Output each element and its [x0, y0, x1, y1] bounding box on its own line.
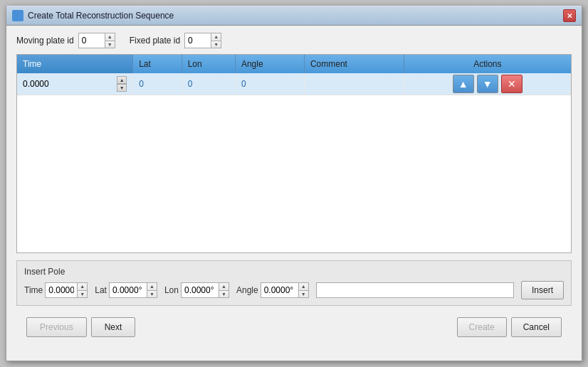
cell-time: 0.0000 ▲ ▼: [17, 73, 133, 95]
insert-angle-input[interactable]: 0.0000°: [261, 283, 298, 297]
row-delete-button[interactable]: ✕: [501, 75, 523, 93]
footer: Previous Next Create Cancel: [16, 313, 572, 341]
insert-angle-up[interactable]: ▲: [299, 283, 308, 291]
sequence-table: Time Lat Lon Angle Comment Actions 0.000…: [17, 55, 571, 95]
col-header-lon: Lon: [182, 55, 235, 73]
moving-plate-label: Moving plate id: [16, 36, 74, 46]
footer-right: Create Cancel: [457, 317, 562, 337]
insert-pole-title: Insert Pole: [24, 267, 564, 277]
insert-lat-input[interactable]: 0.0000°: [110, 283, 147, 297]
close-button[interactable]: ✕: [563, 9, 576, 22]
insert-comment-input[interactable]: [316, 282, 514, 298]
insert-lon-label: Lon: [164, 285, 179, 295]
moving-plate-down[interactable]: ▼: [105, 41, 115, 48]
moving-plate-up[interactable]: ▲: [105, 33, 115, 41]
insert-lon-group: Lon 0.0000° ▲ ▼: [164, 282, 229, 298]
moving-plate-group: Moving plate id 0 ▲ ▼: [16, 33, 115, 48]
insert-lon-up[interactable]: ▲: [219, 283, 229, 291]
insert-time-down[interactable]: ▼: [78, 291, 87, 298]
fixed-plate-down[interactable]: ▼: [211, 41, 221, 48]
app-icon: [12, 10, 23, 21]
insert-angle-label: Angle: [236, 285, 258, 295]
moving-plate-spinner[interactable]: 0 ▲ ▼: [78, 33, 115, 48]
col-header-comment: Comment: [304, 55, 404, 73]
cell-angle: 0: [235, 73, 304, 95]
insert-angle-spinner[interactable]: 0.0000° ▲ ▼: [261, 282, 309, 298]
window-title: Create Total Reconstruction Sequence: [12, 10, 174, 21]
insert-lon-spinner[interactable]: 0.0000° ▲ ▼: [181, 282, 229, 298]
insert-time-group: Time 0.0000Ma ▲ ▼: [24, 282, 88, 298]
footer-left: Previous Next: [26, 317, 135, 337]
fixed-plate-up[interactable]: ▲: [211, 33, 221, 41]
insert-lat-spinner[interactable]: 0.0000° ▲ ▼: [109, 282, 157, 298]
fixed-plate-input[interactable]: 0: [185, 33, 211, 48]
insert-lat-label: Lat: [95, 285, 107, 295]
row-move-up-button[interactable]: ▲: [453, 75, 474, 93]
insert-angle-group: Angle 0.0000° ▲ ▼: [236, 282, 309, 298]
table-row: 0.0000 ▲ ▼ 0 0 0: [17, 73, 571, 95]
moving-plate-input[interactable]: 0: [79, 33, 105, 48]
insert-lat-group: Lat 0.0000° ▲ ▼: [95, 282, 157, 298]
insert-lat-up[interactable]: ▲: [147, 283, 157, 291]
col-header-lat: Lat: [133, 55, 182, 73]
plate-ids-row: Moving plate id 0 ▲ ▼ Fixed plate id 0 ▲…: [16, 33, 572, 48]
col-header-angle: Angle: [235, 55, 304, 73]
col-header-actions: Actions: [404, 55, 571, 73]
row-move-down-button[interactable]: ▼: [477, 75, 498, 93]
next-button[interactable]: Next: [91, 317, 136, 337]
previous-button[interactable]: Previous: [26, 317, 87, 337]
fixed-plate-spinner[interactable]: 0 ▲ ▼: [184, 33, 221, 48]
cell-lat: 0: [133, 73, 182, 95]
insert-button[interactable]: Insert: [521, 281, 564, 299]
cell-comment: [304, 73, 404, 95]
insert-time-input[interactable]: 0.0000Ma: [46, 283, 77, 297]
col-header-time: Time: [17, 55, 133, 73]
fixed-plate-label: Fixed plate id: [130, 36, 180, 46]
cell-actions: ▲ ▼ ✕: [404, 73, 571, 95]
insert-pole-section: Insert Pole Time 0.0000Ma ▲ ▼ Lat: [16, 260, 572, 306]
insert-lon-down[interactable]: ▼: [219, 291, 229, 298]
sequence-table-container: Time Lat Lon Angle Comment Actions 0.000…: [16, 54, 572, 253]
cell-lon: 0: [182, 73, 235, 95]
insert-lon-input[interactable]: 0.0000°: [182, 283, 219, 297]
time-value: 0.0000: [23, 79, 117, 89]
cancel-button[interactable]: Cancel: [511, 317, 562, 337]
fixed-plate-group: Fixed plate id 0 ▲ ▼: [130, 33, 221, 48]
create-button[interactable]: Create: [457, 317, 507, 337]
insert-time-up[interactable]: ▲: [78, 283, 87, 291]
insert-time-spinner[interactable]: 0.0000Ma ▲ ▼: [45, 282, 88, 298]
time-row-spinner[interactable]: ▲ ▼: [117, 76, 127, 92]
time-spin-down[interactable]: ▼: [117, 84, 127, 92]
insert-time-label: Time: [24, 285, 43, 295]
insert-pole-row: Time 0.0000Ma ▲ ▼ Lat 0.0000° ▲: [24, 281, 564, 299]
insert-lat-down[interactable]: ▼: [147, 291, 157, 298]
time-spin-up[interactable]: ▲: [117, 76, 127, 84]
insert-angle-down[interactable]: ▼: [299, 291, 308, 298]
